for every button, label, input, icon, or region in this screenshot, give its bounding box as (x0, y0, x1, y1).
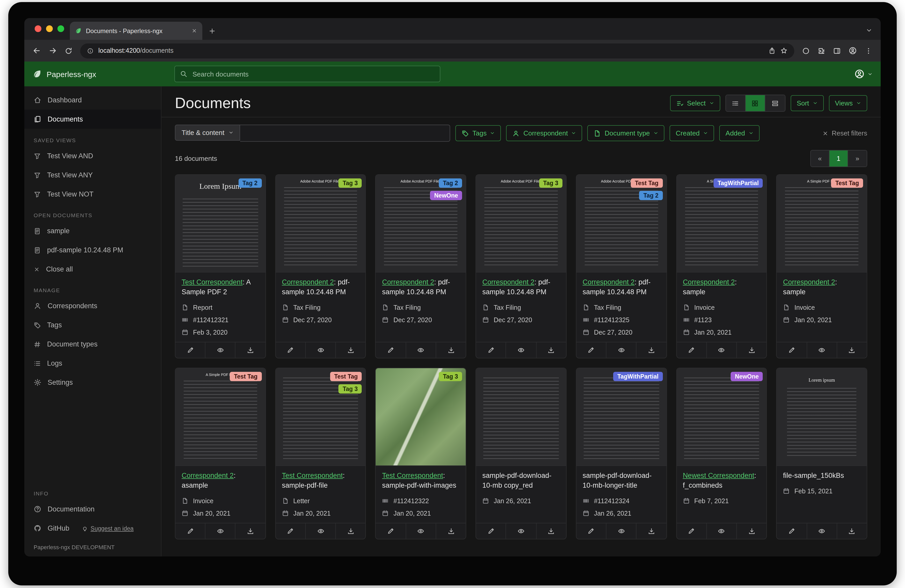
site-info-icon[interactable] (87, 47, 94, 54)
edit-button[interactable] (376, 523, 406, 539)
tag-badge[interactable]: Tag 2 (238, 178, 262, 188)
download-button[interactable] (536, 523, 566, 539)
title-content-input[interactable] (240, 125, 450, 142)
app-brand[interactable]: Paperless-ngx (33, 69, 96, 79)
correspondent-link[interactable]: Correspondent 2 (282, 278, 334, 286)
back-button[interactable] (33, 46, 41, 55)
preview-button[interactable] (707, 523, 737, 539)
reload-button[interactable] (65, 47, 73, 55)
tag-badge[interactable]: Test Tag (831, 178, 863, 188)
correspondent-link[interactable]: Correspondent 2 (783, 278, 835, 286)
document-title[interactable]: sample-pdf-download-10-mb copy_red (482, 471, 560, 491)
edit-button[interactable] (576, 342, 607, 358)
tag-badge[interactable]: Tag 3 (338, 178, 362, 188)
preview-button[interactable] (607, 342, 637, 358)
edit-button[interactable] (276, 342, 306, 358)
download-button[interactable] (837, 342, 867, 358)
status-circle-icon[interactable] (802, 47, 810, 55)
tag-badge[interactable]: Tag 3 (539, 178, 562, 188)
tag-badge[interactable]: Test Tag (631, 178, 662, 188)
download-button[interactable] (436, 342, 466, 358)
tag-badge[interactable]: Tag 2 (439, 178, 462, 188)
download-button[interactable] (436, 523, 466, 539)
view-list-button[interactable] (726, 95, 745, 111)
download-button[interactable] (236, 342, 265, 358)
sidebar-item-test-view-and[interactable]: Test View AND (24, 146, 161, 165)
correspondent-link[interactable]: Correspondent 2 (683, 278, 735, 286)
preview-button[interactable] (306, 523, 336, 539)
document-title[interactable]: Correspondent 2: pdf-sample 10.24.48 PM (482, 278, 560, 297)
sidebar-item-tags[interactable]: Tags (24, 315, 161, 334)
views-button[interactable]: Views (829, 95, 867, 111)
reset-filters-button[interactable]: Reset filters (822, 129, 867, 137)
tag-badge[interactable]: Tag 2 (639, 191, 662, 200)
browser-menu-icon[interactable] (865, 47, 872, 55)
tag-badge[interactable]: NewOne (731, 372, 763, 381)
preview-button[interactable] (807, 523, 837, 539)
document-title[interactable]: sample-pdf-download-10-mb-longer-title (583, 471, 660, 491)
document-thumbnail[interactable]: Adobe Acrobat PDF FilesTag 3 (276, 175, 365, 273)
download-button[interactable] (236, 523, 265, 539)
edit-button[interactable] (576, 523, 607, 539)
document-title[interactable]: Test Correspondent: sample-pdf-file (282, 471, 359, 491)
document-title[interactable]: Correspondent 2: asample (182, 471, 259, 491)
sidebar-item-test-view-any[interactable]: Test View ANY (24, 165, 161, 185)
tag-badge[interactable]: Test Tag (230, 372, 262, 381)
download-button[interactable] (737, 523, 766, 539)
sidebar-item-settings[interactable]: Settings (24, 373, 161, 392)
download-button[interactable] (637, 523, 666, 539)
correspondent-link[interactable]: Correspondent 2 (482, 278, 534, 286)
global-search-input[interactable] (191, 70, 435, 78)
download-button[interactable] (837, 523, 867, 539)
preview-button[interactable] (306, 342, 336, 358)
document-thumbnail[interactable]: Test TagTag 3 (276, 368, 365, 466)
edit-button[interactable] (476, 342, 506, 358)
user-menu[interactable] (854, 69, 872, 79)
download-button[interactable] (336, 523, 365, 539)
download-button[interactable] (637, 342, 666, 358)
correspondent-link[interactable]: Test Correspondent (182, 278, 243, 286)
edit-button[interactable] (777, 523, 807, 539)
sidebar-item-close-all[interactable]: Close all (24, 260, 161, 279)
preview-button[interactable] (406, 342, 436, 358)
browser-tab[interactable]: Documents - Paperless-ngx (70, 22, 202, 40)
download-button[interactable] (536, 342, 566, 358)
browser-profile-icon[interactable] (849, 46, 857, 55)
suggest-idea-link[interactable]: Suggest an idea (82, 525, 133, 531)
document-thumbnail[interactable]: Lorem IpsumTag 2 (175, 175, 265, 273)
sidebar-item-document-types[interactable]: Document types (24, 334, 161, 354)
document-thumbnail[interactable]: Tag 3 (376, 368, 466, 466)
tag-badge[interactable]: TagWithPartial (613, 372, 662, 381)
document-title[interactable]: Test Correspondent: sample-pdf-with-imag… (382, 471, 459, 491)
preview-button[interactable] (707, 342, 737, 358)
side-panel-icon[interactable] (833, 47, 841, 55)
minimize-window-button[interactable] (46, 25, 53, 32)
preview-button[interactable] (205, 342, 235, 358)
edit-button[interactable] (376, 342, 406, 358)
document-title[interactable]: Correspondent 2: pdf-sample 10.24.48 PM (382, 278, 459, 297)
preview-button[interactable] (807, 342, 837, 358)
sidebar-item-documents[interactable]: Documents (24, 109, 161, 129)
view-details-button[interactable] (765, 95, 785, 111)
bookmark-star-icon[interactable] (780, 47, 788, 54)
edit-button[interactable] (676, 523, 707, 539)
tag-badge[interactable]: Test Tag (330, 372, 362, 381)
prev-page-button[interactable]: « (811, 151, 829, 166)
document-type-filter-button[interactable]: Document type (587, 125, 664, 141)
sidebar-item-documentation[interactable]: Documentation (24, 499, 161, 519)
document-title[interactable]: Newest Correspondent: f_combineds (683, 471, 760, 491)
tag-badge[interactable]: NewOne (430, 191, 462, 200)
sidebar-item-github[interactable]: GitHub Suggest an idea (24, 519, 161, 538)
correspondent-link[interactable]: Correspondent 2 (583, 278, 635, 286)
edit-button[interactable] (476, 523, 506, 539)
document-thumbnail[interactable]: Adobe Acrobat PDF FilesTest TagTag 2 (576, 175, 666, 273)
correspondent-link[interactable]: Test Correspondent (282, 472, 343, 479)
close-window-button[interactable] (35, 25, 41, 32)
forward-button[interactable] (49, 46, 57, 55)
next-page-button[interactable]: » (848, 151, 867, 166)
sort-button[interactable]: Sort (791, 95, 824, 111)
document-title[interactable]: Correspondent 2: pdf-sample 10.24.48 PM (583, 278, 660, 297)
preview-button[interactable] (406, 523, 436, 539)
new-tab-button[interactable] (208, 27, 216, 35)
document-thumbnail[interactable]: Adobe Acrobat PDF FilesTag 2NewOne (376, 175, 466, 273)
